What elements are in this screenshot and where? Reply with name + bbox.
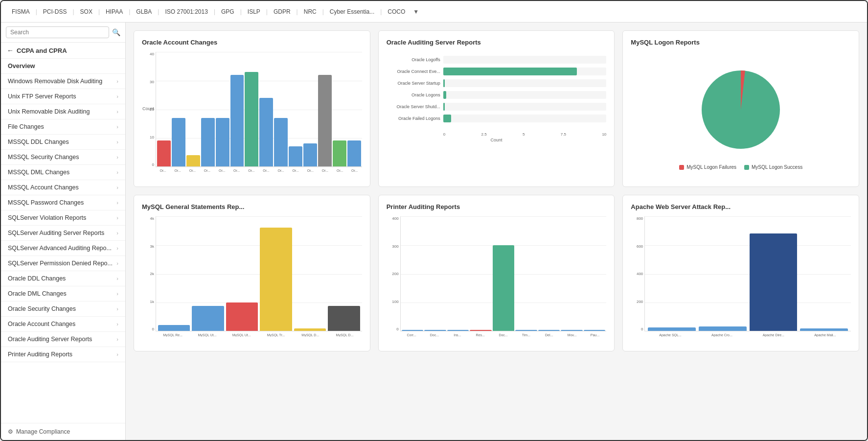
legend-failures: MySQL Logon Failures [679,164,736,170]
x-label: Ins... [446,332,469,337]
success-dot [744,165,749,170]
sidebar-item-sqlserver-permission-denied-re[interactable]: SQLServer Permission Denied Repo...› [1,256,125,271]
oracle-auditing-server-card: Oracle Auditing Server Reports Oracle Lo… [378,30,615,187]
search-icon[interactable]: 🔍 [112,28,120,36]
top-nav-tab-pci-dss[interactable]: PCI-DSS [38,8,72,15]
bar [584,330,606,331]
apache-attack-card: Apache Web Server Attack Rep... 800 600 … [622,195,859,351]
chevron-right-icon: › [116,351,118,357]
chevron-right-icon: › [116,276,118,281]
sidebar-item-sqlserver-advanced-auditing-re[interactable]: SQLServer Advanced Auditing Repo...› [1,241,125,256]
apache-attack-title: Apache Web Server Attack Rep... [631,203,851,210]
bar [561,330,583,331]
x-label: Doc... [423,332,446,337]
sidebar-item-mssql-ddl-changes[interactable]: MSSQL DDL Changes› [1,135,125,150]
x-label: MySQL D... [293,332,327,337]
sidebar-item-oracle-auditing-server-reports[interactable]: Oracle Auditing Server Reports› [1,332,125,347]
top-nav-tab-gpg[interactable]: GPG [216,8,239,15]
top-nav-tab-glba[interactable]: GLBA [131,8,157,15]
nav-separator: | [98,8,100,15]
x-axis-label: 2.5 [481,132,487,137]
bar [260,228,292,331]
hbar-axis-title: Count [387,138,607,142]
sidebar-item-mssql-dml-changes[interactable]: MSSQL DML Changes› [1,165,125,180]
bar [800,328,848,331]
oracle-account-changes-title: Oracle Account Changes [142,39,362,46]
x-label: Or... [259,168,274,172]
sidebar-item-overview[interactable]: Overview [1,59,125,74]
chevron-right-icon: › [116,139,118,145]
top-nav-tab-coco[interactable]: COCO [383,8,410,15]
bar [538,330,560,331]
hbar-track [443,115,607,122]
hbar-label: Oracle Server Startup [387,81,440,86]
top-nav-tab-sox[interactable]: SOX [75,8,97,15]
sidebar-item-mssql-password-changes[interactable]: MSSQL Password Changes› [1,195,125,210]
sidebar-item-unix-ftp-server-reports[interactable]: Unix FTP Server Reports› [1,89,125,104]
pie-chart-svg [692,61,790,159]
sidebar-bottom[interactable]: ⚙ Manage Compliance [1,423,125,440]
nav-item-label: SQLServer Violation Reports [8,214,116,221]
x-label: Res... [469,332,492,337]
hbar-fill [443,103,445,111]
sidebar-item-oracle-dml-changes[interactable]: Oracle DML Changes› [1,286,125,302]
sidebar-item-oracle-ddl-changes[interactable]: Oracle DDL Changes› [1,271,125,286]
x-label: Or... [185,168,200,172]
mysql-logon-card: MySQL Logon Reports MySQL Logon Failures [622,30,859,187]
hbar-row: Oracle Server Startup [387,79,607,87]
bar [157,140,171,166]
sidebar-back[interactable]: ← CCPA and CPRA [1,43,125,59]
nav-item-label: MSSQL Password Changes [8,199,116,206]
x-axis-label: 7.5 [561,132,566,137]
sidebar-item-sqlserver-auditing-server-repo[interactable]: SQLServer Auditing Server Reports› [1,226,125,241]
x-label: Apache SQL... [644,332,696,337]
chevron-right-icon: › [116,215,118,221]
x-label: Or... [200,168,214,172]
hbar-row: Oracle Server Shutd... [387,103,607,111]
x-label: Or... [333,168,347,172]
bar [226,302,258,331]
nav-item-label: MSSQL DML Changes [8,169,116,176]
nav-separator: | [322,8,324,15]
oracle-auditing-server-title: Oracle Auditing Server Reports [387,39,607,46]
x-label: Apache Dire... [748,332,799,337]
nav-separator: | [380,8,382,15]
sidebar-item-mssql-account-changes[interactable]: MSSQL Account Changes› [1,180,125,195]
nav-separator: | [129,8,130,15]
bar [289,146,302,166]
bar [216,118,229,166]
search-input[interactable] [6,26,109,38]
chevron-right-icon: › [116,260,118,266]
sidebar-item-file-changes[interactable]: File Changes› [1,119,125,135]
nav-separator: | [214,8,215,15]
oracle-auditing-hbar: Oracle LogoffsOracle Connect Eve...Oracl… [387,52,607,179]
sidebar-item-windows-removable-disk-auditin[interactable]: Windows Removable Disk Auditing› [1,74,125,89]
mysql-logon-title: MySQL Logon Reports [631,39,851,46]
sidebar-item-mssql-security-changes[interactable]: MSSQL Security Changes› [1,150,125,165]
chevron-right-icon: › [116,200,118,206]
sidebar-item-unix-removable-disk-auditing[interactable]: Unix Removable Disk Auditing› [1,104,125,119]
x-label: Or... [303,168,318,172]
nav-separator: | [36,8,37,15]
chevron-right-icon: › [116,185,118,190]
top-nav-tab-nrc[interactable]: NRC [299,8,321,15]
sidebar-item-oracle-security-changes[interactable]: Oracle Security Changes› [1,302,125,317]
failures-dot [679,165,684,170]
top-nav-tab-cyber-essentia---[interactable]: Cyber Essentia... [325,8,379,15]
bar [245,72,258,166]
more-tabs-button[interactable]: ▼ [410,8,422,15]
sidebar-item-printer-auditing-reports[interactable]: Printer Auditing Reports› [1,347,125,362]
top-nav-tab-hipaa[interactable]: HIPAA [101,8,128,15]
sidebar-item-oracle-account-changes[interactable]: Oracle Account Changes› [1,317,125,332]
oracle-account-changes-card: Oracle Account Changes Count [134,30,370,187]
sidebar-item-sqlserver-violation-reports[interactable]: SQLServer Violation Reports› [1,210,125,226]
mysql-general-card: MySQL General Statements Rep... 4k 3k 2k… [134,195,370,351]
top-nav-tab-fisma[interactable]: FISMA [7,8,35,15]
top-nav-tab-iso-27001-2013[interactable]: ISO 27001:2013 [160,8,212,15]
top-nav-tab-islp[interactable]: ISLP [243,8,265,15]
top-nav-tab-gdpr[interactable]: GDPR [269,8,296,15]
failures-label: MySQL Logon Failures [686,164,736,170]
top-nav-tabs: FISMA|PCI-DSS|SOX|HIPAA|GLBA|ISO 27001:2… [7,8,422,15]
hbar-row: Oracle Logons [387,91,607,99]
hbar-fill [443,91,447,99]
